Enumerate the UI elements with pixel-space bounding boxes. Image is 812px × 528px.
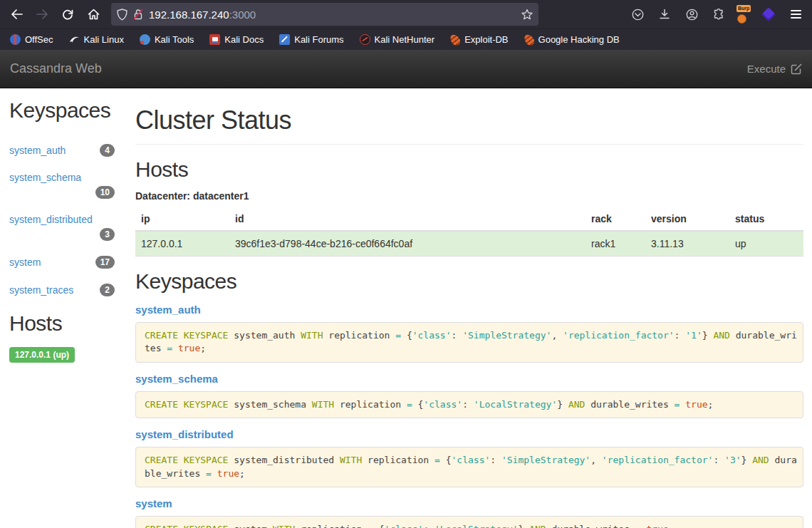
keyspace-count-badge: 17: [95, 256, 115, 269]
offsec-icon: [10, 34, 21, 45]
sidebar-item-system_traces: system_traces2: [9, 284, 115, 296]
page-title: Cluster Status: [135, 105, 803, 135]
account-icon[interactable]: [681, 4, 702, 25]
extensions-icon[interactable]: [708, 4, 729, 25]
cql-code-block: CREATE KEYSPACE system_schema WITH repli…: [135, 391, 803, 418]
keyspace-count-badge: 4: [100, 144, 115, 157]
sidebar-hosts-title: Hosts: [9, 311, 135, 336]
burp-badge: Burp: [736, 5, 751, 12]
bookmark-offsec[interactable]: OffSec: [10, 34, 53, 45]
foxyproxy-icon[interactable]: [758, 4, 779, 25]
bookmark-kali-forums[interactable]: Kali Forums: [279, 34, 343, 45]
sidebar-link-system[interactable]: system: [9, 257, 41, 268]
sidebar-link-system_schema[interactable]: system_schema: [9, 172, 81, 183]
sidebar-link-system_traces[interactable]: system_traces: [9, 284, 73, 296]
keyspace-link-system_schema[interactable]: system_schema: [135, 373, 218, 385]
keyspace-link-system_distributed[interactable]: system_distributed: [135, 428, 234, 440]
url-text: 192.168.167.240:3000: [149, 9, 516, 21]
keyspace-section-system: systemCREATE KEYSPACE system WITH replic…: [135, 497, 803, 528]
column-header-ip: ip: [135, 207, 229, 231]
shield-icon[interactable]: [117, 9, 127, 21]
keyspace-count-badge: 10: [95, 186, 115, 199]
bookmark-kali-tools[interactable]: Kali Tools: [140, 34, 194, 45]
hosts-heading: Hosts: [135, 157, 803, 182]
exploit-db-icon: [448, 32, 462, 46]
keyspace-section-system_schema: system_schemaCREATE KEYSPACE system_sche…: [135, 373, 803, 418]
downloads-icon[interactable]: [654, 4, 675, 25]
main-content: Cluster Status Hosts Datacenter: datacen…: [135, 88, 812, 528]
host-status-badge: 127.0.0.1 (up): [9, 347, 75, 363]
sidebar: Keyspaces system_auth4system_schema10sys…: [0, 88, 135, 363]
kali-forums-icon: [279, 34, 290, 45]
lock-insecure-icon[interactable]: [133, 9, 143, 20]
keyspace-count-badge: 3: [100, 228, 115, 241]
forward-button[interactable]: [31, 4, 53, 25]
hosts-table: ipidrackversionstatus 127.0.0.139c6f1e3-…: [135, 207, 803, 257]
cql-code-block: CREATE KEYSPACE system_auth WITH replica…: [135, 322, 803, 363]
kali-nethunter-icon: [360, 34, 370, 45]
keyspace-count-badge: 2: [100, 284, 115, 296]
kali-tools-icon: [140, 34, 150, 45]
sidebar-keyspace-list: system_auth4system_schema10system_distri…: [9, 144, 115, 296]
sidebar-item-system_auth: system_auth4: [9, 144, 115, 157]
divider: [135, 144, 803, 145]
app-navbar: Cassandra Web Execute: [0, 50, 812, 88]
keyspace-section-system_auth: system_authCREATE KEYSPACE system_auth W…: [135, 304, 803, 363]
sidebar-link-system_distributed[interactable]: system_distributed: [9, 214, 93, 225]
bookmark-kali-nethunter[interactable]: Kali NetHunter: [360, 34, 435, 45]
execute-button[interactable]: Execute: [747, 63, 802, 75]
google-hacking-db-icon: [522, 32, 536, 46]
bookmark-kali-docs[interactable]: Kali Docs: [209, 34, 264, 45]
column-header-id: id: [229, 207, 585, 231]
column-header-version: version: [645, 207, 729, 231]
bookmark-star-icon[interactable]: [521, 9, 533, 20]
column-header-status: status: [729, 207, 803, 231]
bookmark-exploit-db[interactable]: Exploit-DB: [450, 34, 508, 45]
sidebar-item-system_schema: system_schema10: [9, 172, 115, 199]
bookmarks-bar: OffSecKali LinuxKali ToolsKali DocsKali …: [0, 29, 812, 50]
hosts-table-header-row: ipidrackversionstatus: [135, 207, 803, 231]
kali-linux-icon: [69, 34, 80, 45]
bookmark-google-hacking-db[interactable]: Google Hacking DB: [524, 34, 620, 45]
home-button[interactable]: [83, 4, 104, 25]
app-brand[interactable]: Cassandra Web: [10, 61, 102, 76]
browser-toolbar: 192.168.167.240:3000 Burp: [0, 0, 812, 29]
table-row: 127.0.0.139c6f1e3-d798-44ce-b216-ce0f664…: [135, 231, 803, 257]
column-header-rack: rack: [585, 207, 645, 231]
keyspace-link-system_auth[interactable]: system_auth: [135, 304, 201, 316]
browser-window: 192.168.167.240:3000 Burp: [0, 0, 812, 528]
back-button[interactable]: [6, 4, 27, 25]
sidebar-item-system: system17: [9, 256, 115, 269]
cql-code-block: CREATE KEYSPACE system_distributed WITH …: [135, 447, 803, 487]
reload-button[interactable]: [57, 4, 78, 25]
sidebar-link-system_auth[interactable]: system_auth: [9, 145, 66, 156]
url-bar[interactable]: 192.168.167.240:3000: [111, 3, 538, 26]
sidebar-keyspaces-title: Keyspaces: [9, 98, 135, 123]
cql-code-block: CREATE KEYSPACE system WITH replication …: [135, 516, 803, 528]
hosts-table-body: 127.0.0.139c6f1e3-d798-44ce-b216-ce0f664…: [135, 231, 803, 257]
kali-docs-icon: [209, 34, 220, 45]
keyspace-sections: system_authCREATE KEYSPACE system_auth W…: [135, 304, 803, 528]
keyspaces-heading: Keyspaces: [135, 269, 803, 294]
pocket-icon[interactable]: [627, 4, 648, 25]
edit-icon: [791, 63, 802, 75]
bookmark-kali-linux[interactable]: Kali Linux: [69, 34, 124, 45]
keyspace-section-system_distributed: system_distributedCREATE KEYSPACE system…: [135, 428, 803, 487]
datacenter-label: Datacenter: datacenter1: [135, 190, 803, 202]
menu-icon[interactable]: [785, 4, 806, 25]
keyspace-link-system[interactable]: system: [135, 497, 172, 509]
burp-suite-icon[interactable]: Burp: [735, 5, 752, 24]
sidebar-item-system_distributed: system_distributed3: [9, 214, 115, 241]
